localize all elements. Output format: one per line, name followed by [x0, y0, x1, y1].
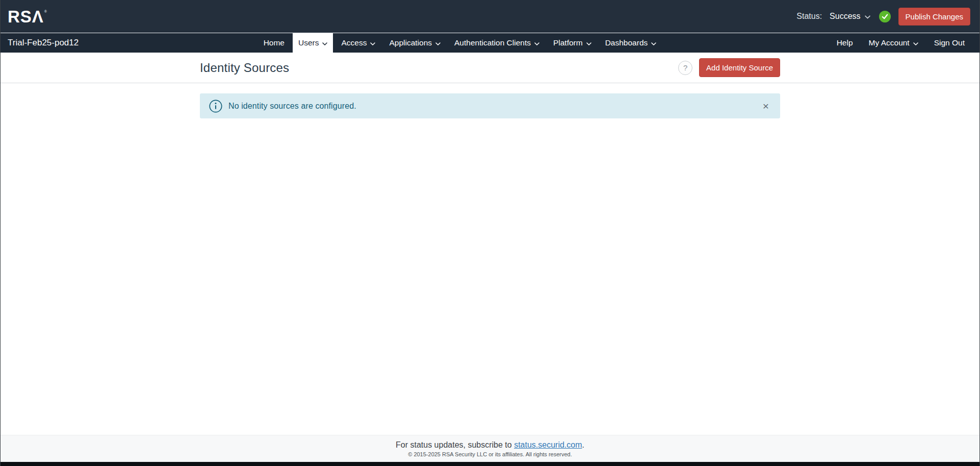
nav-right: Help My Account Sign Out — [831, 33, 970, 53]
status-securid-link[interactable]: status.securid.com — [514, 440, 582, 449]
publish-changes-button[interactable]: Publish Changes — [898, 8, 970, 26]
chevron-down-icon — [586, 38, 591, 47]
main-navbar: Trial-Feb25-pod12 Home Users Access Appl… — [1, 33, 979, 53]
rsa-logo-text: RSΛ — [8, 8, 44, 25]
add-identity-source-button[interactable]: Add Identity Source — [699, 58, 780, 77]
bottom-window-strip — [1, 462, 979, 466]
info-icon — [209, 100, 222, 113]
nav-item-access[interactable]: Access — [336, 33, 381, 53]
page-title: Identity Sources — [200, 61, 289, 75]
status-dropdown[interactable]: Success — [830, 12, 870, 21]
page-header: Identity Sources ? Add Identity Source — [1, 53, 979, 83]
nav-item-my-account[interactable]: My Account — [863, 33, 924, 53]
help-icon[interactable]: ? — [678, 61, 692, 75]
main-content: No identity sources are configured. × — [1, 83, 979, 435]
chevron-down-icon — [370, 38, 375, 47]
nav-item-users[interactable]: Users — [293, 33, 333, 53]
nav-item-applications[interactable]: Applications — [383, 33, 446, 53]
close-icon[interactable]: × — [761, 100, 771, 112]
info-alert: No identity sources are configured. × — [200, 93, 780, 118]
page-header-actions: ? Add Identity Source — [678, 58, 780, 77]
rsa-logo: RSΛ® — [8, 8, 47, 25]
chevron-down-icon — [322, 38, 327, 47]
tenant-name: Trial-Feb25-pod12 — [8, 38, 79, 48]
status-label: Status: — [796, 12, 822, 21]
nav-item-dashboards[interactable]: Dashboards — [600, 33, 662, 53]
copyright-notice: © 2015-2025 RSA Security LLC or its affi… — [408, 451, 572, 457]
app-window: RSΛ® Status: Success Publish Changes Tri… — [0, 0, 980, 466]
nav-item-home[interactable]: Home — [258, 33, 290, 53]
footer-status-prefix: For status updates, subscribe to — [396, 440, 514, 449]
nav-item-sign-out[interactable]: Sign Out — [929, 33, 970, 53]
chevron-down-icon — [534, 38, 539, 47]
alert-message: No identity sources are configured. — [228, 102, 356, 111]
chevron-down-icon — [435, 38, 441, 47]
chevron-down-icon — [651, 38, 656, 47]
footer: For status updates, subscribe to status.… — [1, 435, 979, 462]
nav-item-platform[interactable]: Platform — [548, 33, 597, 53]
nav-center: Home Users Access Applications Authentic… — [89, 33, 831, 53]
chevron-down-icon — [865, 12, 870, 21]
footer-status-suffix: . — [582, 440, 584, 449]
nav-item-authentication-clients[interactable]: Authentication Clients — [449, 33, 545, 53]
topbar-actions: Status: Success Publish Changes — [796, 8, 970, 26]
topbar: RSΛ® Status: Success Publish Changes — [1, 0, 979, 33]
trademark-mark: ® — [44, 10, 47, 13]
footer-status-line: For status updates, subscribe to status.… — [396, 440, 584, 450]
nav-item-help[interactable]: Help — [831, 33, 859, 53]
chevron-down-icon — [913, 38, 918, 47]
status-success-icon — [879, 11, 891, 22]
status-value: Success — [830, 12, 860, 21]
